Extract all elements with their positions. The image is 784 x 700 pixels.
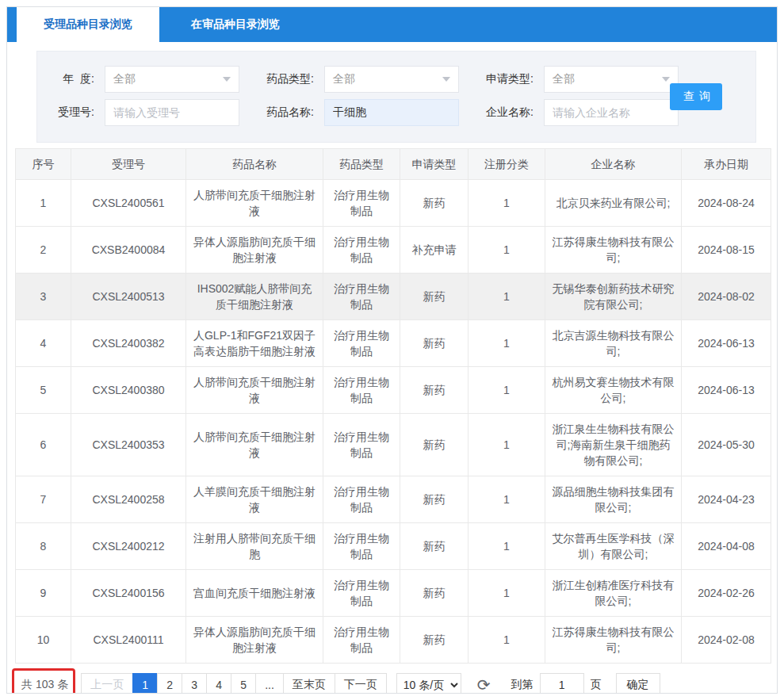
table-cell: 2024-08-15 <box>682 227 771 273</box>
table-cell: IHS002赋能人脐带间充质干细胞注射液 <box>186 273 323 320</box>
table-cell: 浙江生创精准医疗科技有限公司; <box>545 570 682 617</box>
table-cell: CXSL2400212 <box>71 523 186 570</box>
col-header-date: 承办日期 <box>682 149 771 180</box>
col-header-app-type: 申请类型 <box>400 149 468 180</box>
table-cell: 6 <box>16 414 71 476</box>
table-cell: 宫血间充质干细胞注射液 <box>186 570 323 617</box>
table-cell: 1 <box>468 273 545 320</box>
table-cell: 2024-02-08 <box>682 617 771 664</box>
table-row: 1CXSL2400561人脐带间充质干细胞注射液治疗用生物制品新药1北京贝来药业… <box>16 180 771 227</box>
table-cell: 人GLP-1和FGF21双因子高表达脂肪干细胞注射液 <box>186 320 323 367</box>
table-cell: 2024-02-26 <box>682 570 771 617</box>
table-cell: 杭州易文赛生物技术有限公司; <box>545 367 682 414</box>
page-button-1[interactable]: 1 <box>132 673 158 694</box>
table-cell: 北京贝来药业有限公司; <box>545 180 682 227</box>
acceptance-no-input[interactable] <box>105 99 239 126</box>
table-cell: 2024-04-08 <box>682 523 771 570</box>
app-type-select[interactable]: 全部 <box>544 66 679 93</box>
table-cell: CXSL2400353 <box>71 414 186 476</box>
table-cell: 治疗用生物制品 <box>323 476 400 523</box>
table-cell: 1 <box>468 320 545 367</box>
table-cell: 2024-06-13 <box>682 320 771 367</box>
refresh-icon[interactable]: ⟳ <box>477 677 491 693</box>
table-cell: CXSL2400513 <box>71 273 186 320</box>
table-cell: 新药 <box>400 273 468 320</box>
results-table-wrap: 序号 受理号 药品名称 药品类型 申请类型 注册分类 企业名称 承办日期 1CX… <box>15 148 769 664</box>
confirm-button[interactable]: 确定 <box>616 673 660 694</box>
year-label: 年 度: <box>37 72 94 86</box>
results-table: 序号 受理号 药品名称 药品类型 申请类型 注册分类 企业名称 承办日期 1CX… <box>15 148 771 664</box>
table-row: 5CXSL2400380人脐带间充质干细胞注射液治疗用生物制品新药1杭州易文赛生… <box>16 367 771 414</box>
goto-label: 到第 <box>511 678 534 692</box>
pagination-bar: 共 103 条 上一页 12345 ... 至末页 下一页 10 条/页 ⟳ 到… <box>15 673 769 694</box>
table-cell: 10 <box>16 617 71 664</box>
page-button-4[interactable]: 4 <box>206 673 231 694</box>
table-cell: 治疗用生物制品 <box>323 570 400 617</box>
goto-page-input[interactable] <box>540 673 584 694</box>
table-cell: 1 <box>468 617 545 664</box>
table-cell: 1 <box>16 180 71 227</box>
table-cell: 1 <box>468 367 545 414</box>
tab-under-review-catalog[interactable]: 在审品种目录浏览 <box>159 7 312 42</box>
tab-bar: 受理品种目录浏览 在审品种目录浏览 <box>7 7 777 42</box>
table-header-row: 序号 受理号 药品名称 药品类型 申请类型 注册分类 企业名称 承办日期 <box>16 149 771 180</box>
prev-page-button[interactable]: 上一页 <box>81 673 133 694</box>
col-header-seq: 序号 <box>16 149 71 180</box>
table-cell: 江苏得康生物科技有限公司; <box>545 227 682 273</box>
page-button-5[interactable]: 5 <box>231 673 256 694</box>
col-header-company: 企业名称 <box>545 149 682 180</box>
col-header-drug-type: 药品类型 <box>323 149 400 180</box>
table-row: 7CXSL2400258人羊膜间充质干细胞注射液治疗用生物制品新药1源品细胞生物… <box>16 476 771 523</box>
tab-accepted-catalog[interactable]: 受理品种目录浏览 <box>17 7 159 42</box>
page-button-2[interactable]: 2 <box>157 673 182 694</box>
table-row: 2CXSB2400084异体人源脂肪间充质干细胞注射液治疗用生物制品补充申请1江… <box>16 227 771 273</box>
table-body: 1CXSL2400561人脐带间充质干细胞注射液治疗用生物制品新药1北京贝来药业… <box>16 180 771 664</box>
next-page-button[interactable]: 下一页 <box>335 673 387 694</box>
table-cell: 治疗用生物制品 <box>323 414 400 476</box>
total-count-wrap: 共 103 条 <box>21 678 68 692</box>
total-count: 共 103 条 <box>21 678 68 690</box>
table-cell: 治疗用生物制品 <box>323 180 400 227</box>
page-button-3[interactable]: 3 <box>182 673 207 694</box>
table-cell: 新药 <box>400 414 468 476</box>
table-cell: 注射用人脐带间充质干细胞 <box>186 523 323 570</box>
table-cell: CXSL2400380 <box>71 367 186 414</box>
table-cell: 1 <box>468 227 545 273</box>
table-cell: 治疗用生物制品 <box>323 227 400 273</box>
table-cell: 治疗用生物制品 <box>323 523 400 570</box>
table-cell: CXSL2400258 <box>71 476 186 523</box>
table-row: 3CXSL2400513IHS002赋能人脐带间充质干细胞注射液治疗用生物制品新… <box>16 273 771 320</box>
page-size-select[interactable]: 10 条/页 <box>396 673 461 694</box>
ellipsis-button[interactable]: ... <box>255 673 284 694</box>
table-row: 6CXSL2400353人脐带间充质干细胞注射液治疗用生物制品新药1浙江泉生生物… <box>16 414 771 476</box>
company-name-input[interactable] <box>544 99 679 126</box>
table-cell: 9 <box>16 570 71 617</box>
table-cell: 新药 <box>400 320 468 367</box>
year-select[interactable]: 全部 <box>105 66 239 93</box>
search-button[interactable]: 查询 <box>670 83 722 110</box>
table-cell: 浙江泉生生物科技有限公司;海南新生泉干细胞药物有限公司; <box>545 414 682 476</box>
table-cell: 补充申请 <box>400 227 468 273</box>
table-cell: 8 <box>16 523 71 570</box>
page-unit-label: 页 <box>591 678 602 692</box>
table-cell: 新药 <box>400 180 468 227</box>
table-cell: 2024-08-24 <box>682 180 771 227</box>
table-cell: 新药 <box>400 617 468 664</box>
table-cell: 2 <box>16 227 71 273</box>
table-cell: 治疗用生物制品 <box>323 273 400 320</box>
table-cell: 治疗用生物制品 <box>323 320 400 367</box>
table-cell: CXSL2400561 <box>71 180 186 227</box>
table-cell: 新药 <box>400 523 468 570</box>
table-cell: 1 <box>468 570 545 617</box>
table-cell: 1 <box>468 414 545 476</box>
table-cell: 无锡华泰创新药技术研究院有限公司; <box>545 273 682 320</box>
table-row: 10CXSL2400111异体人源脂肪间充质干细胞注射液治疗用生物制品新药1江苏… <box>16 617 771 664</box>
table-cell: 4 <box>16 320 71 367</box>
drug-name-input[interactable] <box>324 99 459 126</box>
table-cell: 3 <box>16 273 71 320</box>
drug-type-select[interactable]: 全部 <box>324 66 459 93</box>
table-cell: 5 <box>16 367 71 414</box>
last-page-button[interactable]: 至末页 <box>283 673 335 694</box>
table-cell: 江苏得康生物科技有限公司; <box>545 617 682 664</box>
table-cell: 治疗用生物制品 <box>323 617 400 664</box>
